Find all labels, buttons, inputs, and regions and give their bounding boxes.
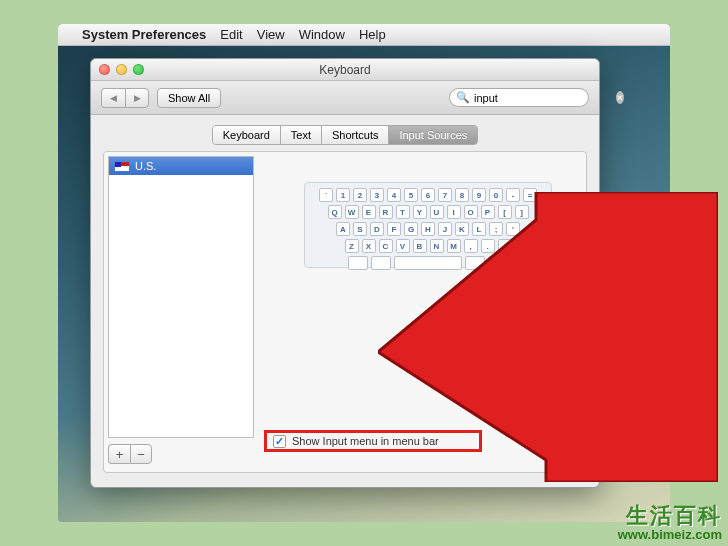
tab-keyboard[interactable]: Keyboard bbox=[213, 126, 281, 144]
key: 3 bbox=[370, 188, 384, 202]
checkbox-icon[interactable]: ✓ bbox=[273, 435, 286, 448]
window-title: Keyboard bbox=[91, 63, 599, 77]
key: 4 bbox=[387, 188, 401, 202]
key: R bbox=[379, 205, 393, 219]
search-field[interactable]: 🔍 ✕ bbox=[449, 88, 589, 107]
key: . bbox=[481, 239, 495, 253]
nav-buttons: ◀ ▶ bbox=[101, 88, 149, 108]
keyboard-preview: `1234567890-=QWERTYUIOP[]ASDFGHJKL;'ZXCV… bbox=[304, 182, 552, 268]
key: G bbox=[404, 222, 418, 236]
key bbox=[371, 256, 391, 270]
key: ' bbox=[506, 222, 520, 236]
forward-button[interactable]: ▶ bbox=[125, 88, 149, 108]
key: A bbox=[336, 222, 350, 236]
add-remove-buttons: + − bbox=[108, 444, 152, 464]
zoom-icon[interactable] bbox=[133, 64, 144, 75]
key: N bbox=[430, 239, 444, 253]
us-flag-icon bbox=[115, 162, 129, 171]
key: 0 bbox=[489, 188, 503, 202]
key: 2 bbox=[353, 188, 367, 202]
key: 1 bbox=[336, 188, 350, 202]
toolbar: ◀ ▶ Show All 🔍 ✕ bbox=[91, 81, 599, 115]
help-button[interactable]: ? bbox=[552, 440, 572, 460]
key: D bbox=[370, 222, 384, 236]
show-all-button[interactable]: Show All bbox=[157, 88, 221, 108]
close-icon[interactable] bbox=[99, 64, 110, 75]
key bbox=[394, 256, 462, 270]
key: B bbox=[413, 239, 427, 253]
desktop-background: System Preferences Edit View Window Help… bbox=[58, 24, 670, 522]
key: X bbox=[362, 239, 376, 253]
show-input-menu-checkbox-row[interactable]: ✓ Show Input menu in menu bar bbox=[264, 430, 482, 452]
key bbox=[465, 256, 485, 270]
checkbox-label: Show Input menu in menu bar bbox=[292, 435, 439, 447]
key: P bbox=[481, 205, 495, 219]
add-source-button[interactable]: + bbox=[108, 444, 130, 464]
key: V bbox=[396, 239, 410, 253]
traffic-lights bbox=[91, 64, 144, 75]
key bbox=[488, 256, 508, 270]
key: E bbox=[362, 205, 376, 219]
key: / bbox=[498, 239, 512, 253]
key: - bbox=[506, 188, 520, 202]
preferences-window: Keyboard ◀ ▶ Show All 🔍 ✕ Keyboard Text … bbox=[90, 58, 600, 488]
watermark-text: 生活百科 bbox=[618, 504, 722, 528]
key: Y bbox=[413, 205, 427, 219]
key: F bbox=[387, 222, 401, 236]
key: U bbox=[430, 205, 444, 219]
input-source-list[interactable]: U.S. bbox=[108, 156, 254, 438]
key: 8 bbox=[455, 188, 469, 202]
menu-edit[interactable]: Edit bbox=[220, 27, 242, 42]
key: O bbox=[464, 205, 478, 219]
minimize-icon[interactable] bbox=[116, 64, 127, 75]
key: T bbox=[396, 205, 410, 219]
watermark-url: www.bimeiz.com bbox=[618, 528, 722, 542]
key: H bbox=[421, 222, 435, 236]
titlebar: Keyboard bbox=[91, 59, 599, 81]
menu-view[interactable]: View bbox=[257, 27, 285, 42]
key: M bbox=[447, 239, 461, 253]
key: ; bbox=[489, 222, 503, 236]
key: ` bbox=[319, 188, 333, 202]
key bbox=[348, 256, 368, 270]
search-icon: 🔍 bbox=[456, 91, 470, 104]
tab-shortcuts[interactable]: Shortcuts bbox=[322, 126, 389, 144]
key: W bbox=[345, 205, 359, 219]
key: 6 bbox=[421, 188, 435, 202]
search-input[interactable] bbox=[474, 92, 612, 104]
menu-help[interactable]: Help bbox=[359, 27, 386, 42]
tab-bar: Keyboard Text Shortcuts Input Sources bbox=[91, 125, 599, 145]
key: = bbox=[523, 188, 537, 202]
key: , bbox=[464, 239, 478, 253]
clear-search-icon[interactable]: ✕ bbox=[616, 91, 624, 104]
watermark: 生活百科 www.bimeiz.com bbox=[618, 504, 722, 542]
content-pane: U.S. + − `1234567890-=QWERTYUIOP[]ASDFGH… bbox=[103, 151, 587, 473]
key: [ bbox=[498, 205, 512, 219]
back-button[interactable]: ◀ bbox=[101, 88, 125, 108]
menu-window[interactable]: Window bbox=[299, 27, 345, 42]
list-item[interactable]: U.S. bbox=[109, 157, 253, 175]
key: 5 bbox=[404, 188, 418, 202]
key: ] bbox=[515, 205, 529, 219]
key: Q bbox=[328, 205, 342, 219]
app-menu[interactable]: System Preferences bbox=[82, 27, 206, 42]
tab-input-sources[interactable]: Input Sources bbox=[389, 126, 477, 144]
tab-text[interactable]: Text bbox=[281, 126, 322, 144]
key: I bbox=[447, 205, 461, 219]
key: Z bbox=[345, 239, 359, 253]
source-label: U.S. bbox=[135, 160, 156, 172]
remove-source-button[interactable]: − bbox=[130, 444, 152, 464]
key: K bbox=[455, 222, 469, 236]
key: L bbox=[472, 222, 486, 236]
key: S bbox=[353, 222, 367, 236]
key: J bbox=[438, 222, 452, 236]
key: 7 bbox=[438, 188, 452, 202]
menubar: System Preferences Edit View Window Help bbox=[58, 24, 670, 46]
key: C bbox=[379, 239, 393, 253]
key: 9 bbox=[472, 188, 486, 202]
